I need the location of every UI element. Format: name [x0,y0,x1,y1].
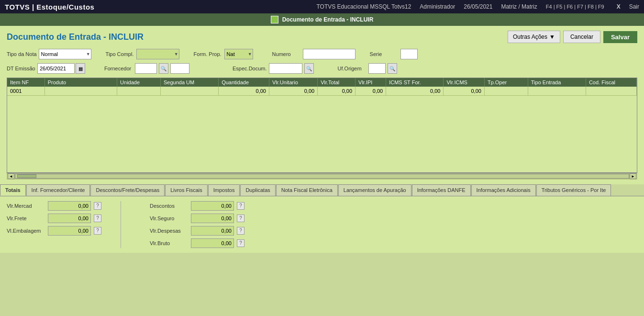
vlr-despesas-input[interactable] [191,226,234,236]
horizontal-scrollbar[interactable]: ◄ ► [7,173,637,180]
uf-origem-group: Uf.Origem 🔍 [338,63,397,74]
tab-inf-fornecedor[interactable]: Inf. Fornecedor/Cliente [26,184,90,196]
col-tipo-entrada: Tipo Entrada [528,78,586,87]
vlr-frete-help-button[interactable]: ? [94,214,101,222]
table-row[interactable]: 0001 0,00 0,00 0,00 0,00 0,00 0,00 [7,87,637,96]
vlr-frete-label: Vlr.Frete [7,215,45,221]
col-vlr-ipi: Vlr.IPI [355,78,386,87]
tipo-compl-input[interactable] [136,49,179,59]
dt-emissao-label: DT Emissão [7,66,35,71]
cell-unidade [117,87,161,96]
tipo-da-nota-group: Tipo da Nota Normal ▼ [7,49,91,59]
dt-emissao-input[interactable] [37,63,75,74]
col-item-nf: Item NF [7,78,44,87]
espec-docum-group: Espec.Docum. 🔍 [233,63,314,74]
cell-segunda-um [160,87,218,96]
cell-vlr-total: 0,00 [318,87,355,96]
vl-embalagem-help-button[interactable]: ? [94,227,101,235]
col-segunda-um: Segunda UM [160,78,218,87]
numero-input[interactable] [303,49,355,59]
fornecedor-search-icon[interactable]: 🔍 [159,63,168,74]
tab-livros-fiscais[interactable]: Livros Fiscais [165,184,208,196]
calendar-icon[interactable]: ▦ [76,63,85,74]
data-table-wrapper: Item NF Produto Unidade Segunda UM Quant… [7,78,637,173]
vlr-despesas-row: Vlr.Despesas ? [150,226,244,236]
descontos-label: Descontos [150,203,188,209]
close-icon[interactable]: X [617,3,621,10]
tab-info-danfe[interactable]: Informações DANFE [412,184,471,196]
tab-duplicatas[interactable]: Duplicatas [240,184,275,196]
vlr-frete-input[interactable] [48,214,91,223]
espec-docum-input[interactable] [269,63,302,74]
serie-input[interactable] [400,49,418,59]
vl-embalagem-input[interactable] [48,226,91,236]
espec-docum-search-icon[interactable]: 🔍 [304,63,314,74]
col-unidade: Unidade [117,78,161,87]
scroll-left-button[interactable]: ◄ [8,173,14,179]
page-title: Documento de Entrada - INCLUIR [7,32,508,42]
col-quantidade: Quantidade [219,78,269,87]
uf-origem-search-icon[interactable]: 🔍 [388,63,397,74]
numero-group: Numero [272,49,355,59]
vlr-seguro-input[interactable] [191,214,234,223]
scroll-track[interactable] [15,174,629,179]
vlr-mercad-row: Vlr.Mercad ? [7,201,101,211]
tab-impostos[interactable]: Impostos [208,184,240,196]
vlr-seguro-help-button[interactable]: ? [237,214,244,222]
vlr-despesas-help-button[interactable]: ? [237,227,244,235]
modal-title-bar: Documento de Entrada - INCLUIR [0,13,644,26]
dt-emissao-wrapper: ▦ [37,63,85,74]
empty-table-area [7,96,637,172]
vlr-mercad-input[interactable] [48,201,91,211]
tab-descontos[interactable]: Descontos/Frete/Despesas [90,184,165,196]
top-bar: TOTVS | Estoque/Custos TOTVS Educacional… [0,0,644,13]
dropdown-arrow-icon: ▼ [549,34,555,40]
form-prop-label: Form. Prop. [194,51,222,57]
cell-cod-fiscal [586,87,636,96]
vlr-despesas-label: Vlr.Despesas [150,228,188,234]
serie-label: Serie [370,51,399,57]
tab-tributos-genericos[interactable]: Tributos Genéricos - Por Ite [536,184,611,196]
system-name: TOTVS Educacional MSSQL Totvs12 [316,3,411,10]
descontos-help-button[interactable]: ? [237,202,244,210]
vlr-seguro-label: Vlr.Seguro [150,215,188,221]
tab-nota-fiscal-eletronica[interactable]: Nota Fiscal Eletrônica [276,184,338,196]
cell-tipo-entrada [528,87,586,96]
header-row: Documento de Entrada - INCLUIR Outras Aç… [7,31,637,43]
fornecedor-label: Fornecedor [104,66,133,71]
vlr-frete-row: Vlr.Frete ? [7,214,101,223]
tipo-da-nota-select[interactable]: Normal [39,49,91,59]
tab-info-adicionais[interactable]: Informações Adicionais [471,184,536,196]
form-prop-group: Form. Prop. ▼ [194,49,253,59]
espec-docum-label: Espec.Docum. [233,66,267,71]
salvar-button[interactable]: Salvar [603,31,637,43]
exit-label[interactable]: Sair [629,3,639,10]
descontos-row: Descontos ? [150,201,244,211]
scroll-right-button[interactable]: ► [630,173,636,179]
function-keys: F4 | F5 | F6 | F7 | F8 | F9 [546,4,604,10]
tipo-compl-group: Tipo Compl. ▼ [106,49,179,59]
fornecedor-extra-input[interactable] [170,63,189,74]
scroll-thumb[interactable] [17,174,36,178]
cancelar-button[interactable]: Cancelar [563,31,600,43]
col-produto: Produto [44,78,117,87]
fornecedor-group: Fornecedor 🔍 [104,63,189,74]
descontos-input[interactable] [191,201,234,211]
tipo-compl-select-wrapper: ▼ [136,49,179,59]
fornecedor-input[interactable] [135,63,157,74]
uf-origem-input[interactable] [368,63,386,74]
tab-totais[interactable]: Totais [0,184,26,196]
vlr-mercad-help-button[interactable]: ? [94,202,101,210]
form-prop-input[interactable] [224,49,253,59]
top-bar-info: TOTVS Educacional MSSQL Totvs12 Administ… [316,3,639,10]
outras-acoes-button[interactable]: Outras Ações ▼ [508,31,560,43]
vlr-mercad-label: Vlr.Mercad [7,203,45,209]
dt-emissao-group: DT Emissão ▦ [7,63,85,74]
totals-area: Vlr.Mercad ? Vlr.Frete ? Vl.Embalagem ? … [0,196,644,253]
vlr-bruto-row: Vlr.Bruto ? [150,238,244,248]
tab-lancamentos[interactable]: Lançamentos de Apuração [338,184,411,196]
vlr-bruto-input[interactable] [191,238,234,248]
vlr-seguro-row: Vlr.Seguro ? [150,214,244,223]
vlr-bruto-help-button[interactable]: ? [237,239,244,247]
cell-icms-st-for: 0,00 [386,87,444,96]
